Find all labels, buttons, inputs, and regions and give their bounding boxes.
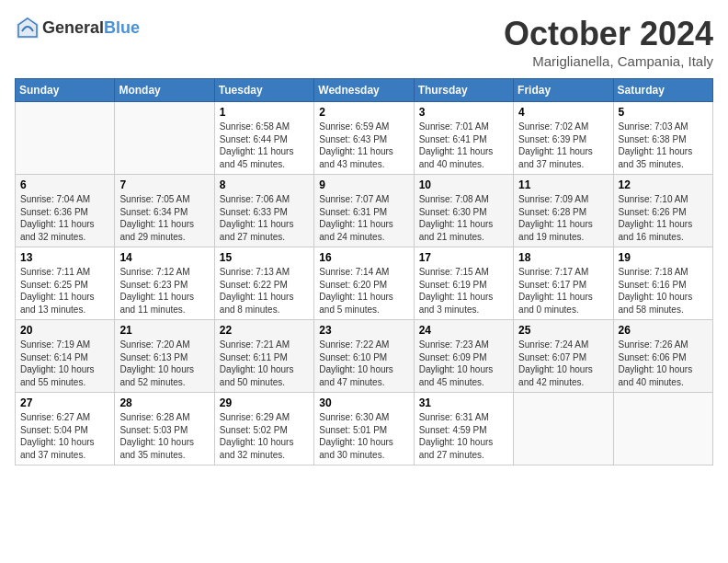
weekday-header: Wednesday	[314, 79, 414, 102]
day-info: Sunrise: 7:11 AMSunset: 6:25 PMDaylight:…	[20, 266, 109, 316]
day-number: 15	[220, 251, 309, 264]
calendar-cell: 21Sunrise: 7:20 AMSunset: 6:13 PMDayligh…	[115, 320, 214, 393]
calendar-cell: 13Sunrise: 7:11 AMSunset: 6:25 PMDayligh…	[16, 247, 115, 320]
calendar-cell	[514, 393, 613, 465]
day-number: 16	[319, 251, 408, 264]
day-info: Sunrise: 7:23 AMSunset: 6:09 PMDaylight:…	[419, 339, 508, 388]
calendar-cell: 2Sunrise: 6:59 AMSunset: 6:43 PMDaylight…	[314, 102, 414, 175]
day-number: 22	[220, 324, 309, 337]
day-number: 5	[619, 106, 708, 119]
day-number: 3	[419, 106, 508, 119]
day-info: Sunrise: 7:20 AMSunset: 6:13 PMDaylight:…	[119, 339, 209, 388]
day-info: Sunrise: 7:07 AMSunset: 6:31 PMDaylight:…	[319, 193, 408, 243]
title-section: October 2024 Mariglianella, Campania, It…	[504, 15, 713, 69]
calendar-week-row: 27Sunrise: 6:27 AMSunset: 5:04 PMDayligh…	[16, 393, 713, 465]
calendar-cell: 4Sunrise: 7:02 AMSunset: 6:39 PMDaylight…	[514, 102, 613, 175]
day-number: 12	[619, 178, 708, 191]
day-number: 29	[220, 396, 309, 409]
day-info: Sunrise: 6:58 AMSunset: 6:44 PMDaylight:…	[220, 121, 309, 170]
calendar-cell: 6Sunrise: 7:04 AMSunset: 6:36 PMDaylight…	[16, 175, 115, 247]
day-number: 21	[119, 324, 209, 337]
month-title: October 2024	[504, 15, 713, 53]
calendar-table: SundayMondayTuesdayWednesdayThursdayFrid…	[15, 78, 713, 465]
day-info: Sunrise: 6:29 AMSunset: 5:02 PMDaylight:…	[220, 411, 309, 461]
calendar-cell: 5Sunrise: 7:03 AMSunset: 6:38 PMDaylight…	[613, 102, 712, 175]
day-number: 20	[20, 324, 109, 337]
day-number: 17	[419, 251, 508, 264]
calendar-cell	[16, 102, 115, 175]
day-number: 28	[119, 396, 209, 409]
calendar-cell: 26Sunrise: 7:26 AMSunset: 6:06 PMDayligh…	[613, 320, 712, 393]
calendar-cell: 20Sunrise: 7:19 AMSunset: 6:14 PMDayligh…	[16, 320, 115, 393]
calendar-cell: 14Sunrise: 7:12 AMSunset: 6:23 PMDayligh…	[115, 247, 214, 320]
calendar-cell: 3Sunrise: 7:01 AMSunset: 6:41 PMDaylight…	[414, 102, 513, 175]
calendar-week-row: 1Sunrise: 6:58 AMSunset: 6:44 PMDaylight…	[16, 102, 713, 175]
calendar-cell: 11Sunrise: 7:09 AMSunset: 6:28 PMDayligh…	[514, 175, 613, 247]
day-info: Sunrise: 7:26 AMSunset: 6:06 PMDaylight:…	[619, 339, 708, 388]
calendar-cell: 28Sunrise: 6:28 AMSunset: 5:03 PMDayligh…	[115, 393, 214, 465]
day-number: 25	[518, 324, 608, 337]
day-info: Sunrise: 7:22 AMSunset: 6:10 PMDaylight:…	[319, 339, 408, 388]
day-info: Sunrise: 7:13 AMSunset: 6:22 PMDaylight:…	[220, 266, 309, 316]
logo-blue: Blue	[104, 18, 140, 37]
day-number: 31	[419, 396, 508, 409]
calendar-cell: 10Sunrise: 7:08 AMSunset: 6:30 PMDayligh…	[414, 175, 513, 247]
day-info: Sunrise: 7:02 AMSunset: 6:39 PMDaylight:…	[518, 121, 608, 170]
day-number: 2	[319, 106, 408, 119]
logo-icon	[15, 15, 40, 40]
calendar-cell: 18Sunrise: 7:17 AMSunset: 6:17 PMDayligh…	[514, 247, 613, 320]
day-info: Sunrise: 7:24 AMSunset: 6:07 PMDaylight:…	[518, 339, 608, 388]
day-info: Sunrise: 6:28 AMSunset: 5:03 PMDaylight:…	[119, 411, 209, 461]
weekday-header: Friday	[514, 79, 613, 102]
calendar-cell	[613, 393, 712, 465]
day-number: 11	[518, 178, 608, 191]
calendar-week-row: 6Sunrise: 7:04 AMSunset: 6:36 PMDaylight…	[16, 175, 713, 247]
day-number: 23	[319, 324, 408, 337]
calendar-cell: 16Sunrise: 7:14 AMSunset: 6:20 PMDayligh…	[314, 247, 414, 320]
calendar-cell: 25Sunrise: 7:24 AMSunset: 6:07 PMDayligh…	[514, 320, 613, 393]
day-info: Sunrise: 7:10 AMSunset: 6:26 PMDaylight:…	[619, 193, 708, 243]
day-number: 14	[119, 251, 209, 264]
logo: GeneralBlue	[15, 15, 140, 40]
day-info: Sunrise: 7:21 AMSunset: 6:11 PMDaylight:…	[220, 339, 309, 388]
calendar-cell: 24Sunrise: 7:23 AMSunset: 6:09 PMDayligh…	[414, 320, 513, 393]
day-number: 24	[419, 324, 508, 337]
calendar-cell: 17Sunrise: 7:15 AMSunset: 6:19 PMDayligh…	[414, 247, 513, 320]
calendar-cell: 1Sunrise: 6:58 AMSunset: 6:44 PMDaylight…	[214, 102, 313, 175]
day-number: 27	[20, 396, 109, 409]
day-info: Sunrise: 6:59 AMSunset: 6:43 PMDaylight:…	[319, 121, 408, 170]
weekday-header: Saturday	[613, 79, 712, 102]
day-info: Sunrise: 7:14 AMSunset: 6:20 PMDaylight:…	[319, 266, 408, 316]
logo-text: GeneralBlue	[42, 18, 140, 38]
day-info: Sunrise: 6:31 AMSunset: 4:59 PMDaylight:…	[419, 411, 508, 461]
calendar-cell: 9Sunrise: 7:07 AMSunset: 6:31 PMDaylight…	[314, 175, 414, 247]
calendar-cell: 15Sunrise: 7:13 AMSunset: 6:22 PMDayligh…	[214, 247, 313, 320]
calendar-cell: 7Sunrise: 7:05 AMSunset: 6:34 PMDaylight…	[115, 175, 214, 247]
day-number: 7	[119, 178, 209, 191]
page-header: GeneralBlue October 2024 Mariglianella, …	[15, 15, 713, 69]
day-info: Sunrise: 7:19 AMSunset: 6:14 PMDaylight:…	[20, 339, 109, 388]
calendar-cell: 23Sunrise: 7:22 AMSunset: 6:10 PMDayligh…	[314, 320, 414, 393]
calendar-cell: 31Sunrise: 6:31 AMSunset: 4:59 PMDayligh…	[414, 393, 513, 465]
calendar-cell: 30Sunrise: 6:30 AMSunset: 5:01 PMDayligh…	[314, 393, 414, 465]
calendar-cell: 12Sunrise: 7:10 AMSunset: 6:26 PMDayligh…	[613, 175, 712, 247]
calendar-cell: 19Sunrise: 7:18 AMSunset: 6:16 PMDayligh…	[613, 247, 712, 320]
weekday-header: Tuesday	[214, 79, 313, 102]
weekday-header: Sunday	[16, 79, 115, 102]
day-number: 18	[518, 251, 608, 264]
calendar-cell	[115, 102, 214, 175]
day-number: 13	[20, 251, 109, 264]
weekday-header: Monday	[115, 79, 214, 102]
day-info: Sunrise: 7:15 AMSunset: 6:19 PMDaylight:…	[419, 266, 508, 316]
day-info: Sunrise: 6:30 AMSunset: 5:01 PMDaylight:…	[319, 411, 408, 461]
day-number: 10	[419, 178, 508, 191]
location-title: Mariglianella, Campania, Italy	[504, 53, 713, 69]
calendar-week-row: 20Sunrise: 7:19 AMSunset: 6:14 PMDayligh…	[16, 320, 713, 393]
logo-general: General	[42, 18, 104, 37]
calendar-week-row: 13Sunrise: 7:11 AMSunset: 6:25 PMDayligh…	[16, 247, 713, 320]
day-info: Sunrise: 7:03 AMSunset: 6:38 PMDaylight:…	[619, 121, 708, 170]
day-number: 8	[220, 178, 309, 191]
weekday-header: Thursday	[414, 79, 513, 102]
day-info: Sunrise: 7:17 AMSunset: 6:17 PMDaylight:…	[518, 266, 608, 316]
calendar-cell: 22Sunrise: 7:21 AMSunset: 6:11 PMDayligh…	[214, 320, 313, 393]
